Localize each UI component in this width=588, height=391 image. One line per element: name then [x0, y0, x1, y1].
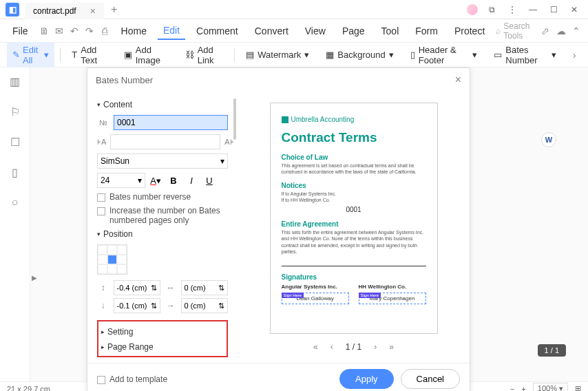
share-icon[interactable]: ⧉	[485, 3, 498, 17]
position-grid[interactable]	[97, 244, 127, 275]
next-page-icon[interactable]: ›	[374, 342, 377, 352]
menu-form[interactable]: Form	[410, 23, 443, 39]
increase-checkbox[interactable]: Increase the number on Bates numbered pa…	[97, 206, 228, 225]
add-link-button[interactable]: ⛓Add Link	[180, 42, 229, 68]
edit-all-button[interactable]: ✎ Edit All ▾	[7, 42, 54, 68]
prev-page-icon[interactable]: ‹	[330, 342, 333, 352]
right-offset-icon: →	[165, 299, 177, 312]
add-tab-icon[interactable]: +	[111, 3, 117, 16]
chevron-down-icon: ▾	[389, 50, 394, 60]
add-text-button[interactable]: TAdd Text	[66, 42, 112, 68]
search-tools[interactable]: ⌕ Search Tools	[496, 21, 529, 41]
print-icon[interactable]: ⎙	[100, 23, 109, 39]
maximize-icon[interactable]: ☐	[547, 3, 560, 17]
search-panel-icon[interactable]: ○	[8, 196, 22, 209]
background-button[interactable]: ▦Background▾	[320, 47, 399, 63]
content-section[interactable]: ▾Content	[97, 100, 228, 109]
add-template-checkbox[interactable]: Add to template	[97, 374, 167, 384]
bates-number-input[interactable]	[114, 115, 228, 130]
comment-icon[interactable]: ☐	[8, 135, 22, 149]
offset-x-input[interactable]: -0.4 (cm)⇅	[114, 280, 160, 295]
color-button[interactable]: A▾	[148, 173, 163, 188]
titlebar: ◧ contract.pdf × + ⧉ ⋮ — ☐ ✕	[0, 0, 588, 19]
offset-y2-input[interactable]: 0 (cm)⇅	[181, 298, 228, 313]
user-avatar[interactable]	[467, 4, 478, 15]
menu-convert[interactable]: Convert	[249, 23, 294, 39]
more-tools-icon[interactable]: ›	[567, 47, 581, 63]
last-page-icon[interactable]: »	[389, 342, 394, 352]
left-sidebar: ▥ ⚐ ☐ ▯ ○	[0, 67, 30, 381]
menu-page[interactable]: Page	[337, 23, 370, 39]
bates-number-dialog: Bates Number × ▾Content № ⊧A A⊧ SimSun▾	[87, 67, 470, 391]
minimize-icon[interactable]: —	[526, 3, 540, 17]
zoom-in-icon[interactable]: +	[521, 385, 525, 392]
menu-protect[interactable]: Protect	[449, 23, 490, 39]
bates-number-preview: 0001	[282, 206, 426, 213]
header-footer-button[interactable]: ▯Header & Footer▾	[405, 42, 483, 68]
zoom-out-icon[interactable]: −	[510, 385, 514, 392]
cancel-button[interactable]: Cancel	[401, 369, 460, 389]
size-select[interactable]: 24▾	[97, 173, 145, 188]
position-section[interactable]: ▾Position	[97, 229, 228, 239]
close-dialog-icon[interactable]: ×	[455, 74, 461, 86]
reverse-checkbox[interactable]: Bates number reverse	[97, 192, 228, 202]
open-icon[interactable]: ⬀	[540, 23, 550, 39]
first-page-icon[interactable]: «	[313, 342, 318, 352]
search-icon: ⌕	[496, 26, 501, 36]
collapse-ribbon-icon[interactable]: ⌃	[571, 23, 581, 39]
position-center[interactable]	[107, 255, 117, 264]
bates-number-button[interactable]: ▭Bates Number▾	[488, 42, 562, 68]
caret-down-icon: ▾	[97, 101, 101, 108]
menu-edit[interactable]: Edit	[158, 22, 185, 40]
caret-right-icon: ▸	[101, 328, 105, 335]
menu-file[interactable]: File	[7, 23, 34, 39]
thumbnails-icon[interactable]: ▥	[8, 74, 22, 88]
apply-button[interactable]: Apply	[339, 369, 394, 389]
save-icon[interactable]: 🗎	[39, 23, 49, 39]
preview-panel: Umbrella Accounting Contract Terms Choic…	[238, 92, 470, 363]
signature-field-2: Sign HereMary Copenhagen	[359, 293, 426, 304]
bold-button[interactable]: B	[166, 173, 181, 188]
chevron-down-icon: ▾	[44, 50, 49, 60]
document-tab[interactable]: contract.pdf ×	[25, 3, 104, 19]
zoom-select[interactable]: 100% ▾	[533, 383, 568, 391]
offset-y-input[interactable]: -0.1 (cm)⇅	[114, 298, 160, 313]
attachment-icon[interactable]: ▯	[8, 165, 22, 179]
menu-bar: File 🗎 ✉ ↶ ↷ ⎙ Home Edit Comment Convert…	[0, 19, 588, 43]
underline-button[interactable]: U	[202, 173, 217, 188]
fit-page-icon[interactable]: ⊞	[575, 384, 581, 391]
highlighted-sections: ▸Setting ▸Page Range	[97, 320, 228, 357]
menu-home[interactable]: Home	[116, 23, 152, 39]
scrollbar[interactable]	[233, 98, 236, 140]
undo-icon[interactable]: ↶	[70, 23, 79, 39]
background-icon: ▦	[326, 50, 334, 60]
watermark-icon: ▤	[246, 50, 254, 60]
menu-tool[interactable]: Tool	[376, 23, 405, 39]
redo-icon[interactable]: ↷	[85, 23, 94, 39]
tab-title: contract.pdf	[33, 6, 76, 16]
close-window-icon[interactable]: ✕	[567, 3, 581, 17]
mail-icon[interactable]: ✉	[54, 23, 64, 39]
menu-comment[interactable]: Comment	[191, 23, 244, 39]
add-image-button[interactable]: ▣Add Image	[118, 42, 174, 68]
cloud-icon[interactable]: ☁	[556, 23, 566, 39]
caret-down-icon: ▾	[97, 231, 101, 237]
word-export-icon[interactable]: W	[541, 132, 556, 147]
prefix-input[interactable]	[110, 134, 220, 149]
page-dimensions: 21 x 29.7 cm	[7, 385, 50, 392]
bookmark-icon[interactable]: ⚐	[8, 105, 22, 118]
menu-view[interactable]: View	[300, 23, 331, 39]
watermark-button[interactable]: ▤Watermark▾	[240, 47, 315, 63]
close-tab-icon[interactable]: ×	[90, 6, 96, 17]
page-range-section[interactable]: ▸Page Range	[101, 342, 224, 352]
italic-button[interactable]: I	[184, 173, 199, 188]
kebab-menu-icon[interactable]: ⋮	[505, 3, 519, 17]
collapse-sidebar-icon[interactable]: ▶	[32, 274, 37, 282]
chevron-down-icon: ▾	[304, 50, 309, 60]
offset-x2-input[interactable]: 0 (cm)⇅	[181, 280, 228, 295]
document-preview: Umbrella Accounting Contract Terms Choic…	[270, 103, 438, 334]
edit-toolbar: ✎ Edit All ▾ TAdd Text ▣Add Image ⛓Add L…	[0, 43, 588, 67]
font-select[interactable]: SimSun▾	[97, 154, 228, 169]
chevron-down-icon: ▾	[472, 50, 477, 60]
setting-section[interactable]: ▸Setting	[101, 327, 224, 337]
